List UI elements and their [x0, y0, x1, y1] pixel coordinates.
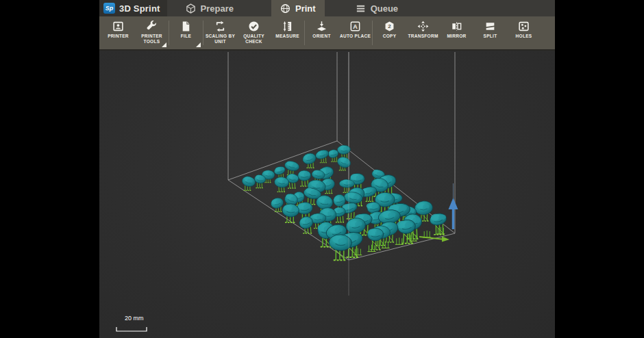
toolbar: PRINTER PRINTER TOOLS FILE SCALING BY UN… [99, 16, 555, 51]
sphere-icon [280, 3, 290, 14]
tab-prepare[interactable]: Prepare [177, 0, 243, 16]
menu-icon [356, 3, 366, 14]
toolbar-button-printer[interactable]: PRINTER [101, 16, 135, 49]
toolbar-button-scaling-by-unit[interactable]: SCALING BY UNIT [203, 16, 237, 49]
tab-bar: Sp 3D Sprint Prepare Print Queue [99, 0, 555, 16]
holes-icon [518, 20, 530, 33]
toolbar-button-transform[interactable]: TRANSFORM [406, 16, 440, 49]
mirror-icon [451, 20, 462, 33]
dropdown-corner-icon [162, 42, 166, 47]
orient-icon [316, 20, 327, 33]
wrench-icon [146, 20, 158, 33]
dropdown-corner-icon [196, 42, 201, 47]
app-brand: Sp 3D Sprint [99, 0, 167, 16]
cube-icon [186, 3, 196, 14]
toolbar-button-split[interactable]: SPLIT [473, 16, 507, 49]
tab-prepare-label: Prepare [201, 3, 234, 14]
scale-bar: 20 mm [116, 315, 147, 335]
quality-check-icon [248, 20, 260, 33]
app-logo-icon: Sp [103, 3, 115, 14]
svg-text:A: A [353, 23, 358, 30]
printer-icon [112, 20, 124, 33]
toolbar-button-file[interactable]: FILE [169, 16, 203, 49]
copy-icon: 2 [384, 20, 395, 33]
build-platform-scene [99, 51, 555, 338]
app-title: 3D Sprint [119, 3, 160, 14]
scale-bar-label: 20 mm [116, 315, 147, 322]
toolbar-button-quality-check[interactable]: QUALITY CHECK [237, 16, 271, 49]
scaling-icon [214, 20, 226, 33]
tab-print[interactable]: Print [271, 0, 325, 16]
toolbar-button-auto-place[interactable]: A AUTO PLACE [338, 16, 372, 49]
toolbar-button-holes[interactable]: HOLES [507, 16, 541, 49]
screen-background: Sp 3D Sprint Prepare Print Queue PRINTER [0, 0, 644, 338]
split-icon [484, 20, 496, 33]
viewport-3d[interactable]: 20 mm [99, 51, 555, 338]
svg-text:2: 2 [388, 23, 391, 29]
toolbar-button-mirror[interactable]: MIRROR [440, 16, 473, 49]
tab-queue-label: Queue [371, 3, 398, 14]
transform-icon [417, 20, 429, 33]
file-icon [180, 20, 192, 33]
toolbar-button-orient[interactable]: ORIENT [305, 16, 338, 49]
tab-print-label: Print [295, 3, 316, 14]
tab-queue[interactable]: Queue [347, 0, 407, 16]
scale-bar-bracket [116, 326, 147, 332]
measure-icon [282, 20, 293, 33]
toolbar-button-copy[interactable]: 2 COPY [373, 16, 406, 49]
toolbar-button-measure[interactable]: MEASURE [271, 16, 304, 49]
app-window: Sp 3D Sprint Prepare Print Queue PRINTER [99, 0, 555, 338]
auto-place-icon: A [349, 20, 361, 33]
toolbar-button-printer-tools[interactable]: PRINTER TOOLS [135, 16, 169, 49]
